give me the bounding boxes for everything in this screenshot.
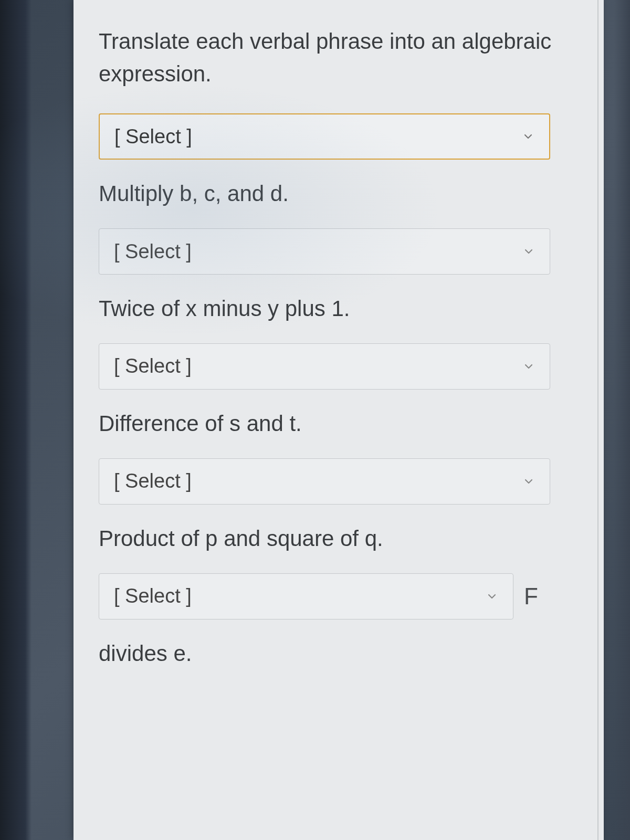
chevron-down-icon: [486, 590, 498, 603]
content-card: Translate each verbal phrase into an alg…: [74, 0, 604, 840]
select-dropdown-4[interactable]: [ Select ]: [99, 458, 550, 505]
select-placeholder: [ Select ]: [114, 240, 192, 263]
prompt-text-3: Difference of s and t.: [99, 408, 579, 439]
screen-edge-right: [614, 0, 630, 840]
prompt-text-2: Twice of x minus y plus 1.: [99, 293, 579, 324]
chevron-down-icon: [522, 130, 534, 143]
select-dropdown-2[interactable]: [ Select ]: [99, 228, 550, 275]
chevron-down-icon: [522, 245, 535, 258]
select-placeholder: [ Select ]: [114, 470, 192, 492]
prompt-text-4: Product of p and square of q.: [99, 523, 579, 554]
last-row: [ Select ] F: [99, 573, 579, 620]
trailing-letter: F: [524, 583, 538, 610]
instruction-text: Translate each verbal phrase into an alg…: [99, 25, 579, 90]
prompt-text-1: Multiply b, c, and d.: [99, 178, 579, 209]
select-placeholder: [ Select ]: [114, 355, 192, 377]
chevron-down-icon: [522, 475, 535, 488]
select-placeholder: [ Select ]: [114, 125, 192, 148]
screen-edge-left: [0, 0, 32, 840]
chevron-down-icon: [522, 360, 535, 373]
select-placeholder: [ Select ]: [114, 585, 192, 607]
select-dropdown-5[interactable]: [ Select ]: [99, 573, 513, 620]
select-dropdown-3[interactable]: [ Select ]: [99, 343, 550, 390]
select-dropdown-1[interactable]: [ Select ]: [99, 113, 550, 160]
prompt-text-5: divides e.: [99, 638, 579, 669]
card-right-edge: [597, 0, 598, 840]
